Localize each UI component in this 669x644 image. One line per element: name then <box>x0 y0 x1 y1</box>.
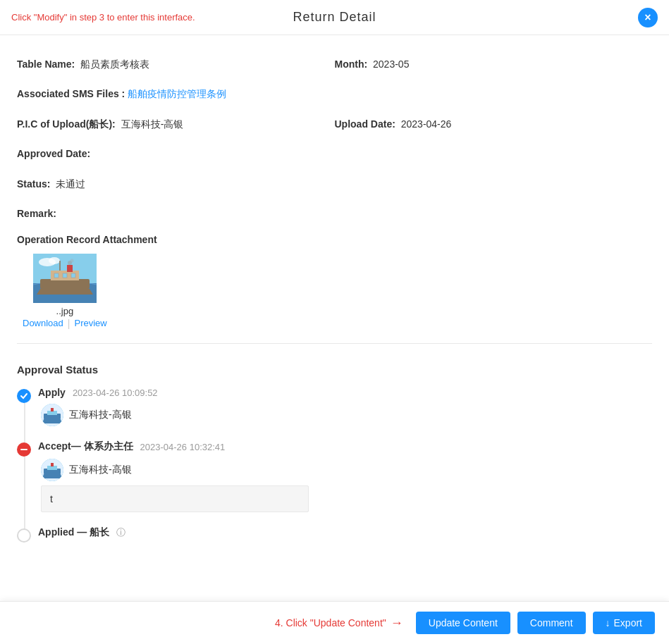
step-name-apply: Apply <box>38 387 66 398</box>
table-name-row: Table Name: 船员素质考核表 <box>17 49 335 79</box>
step-header-applied: Applied — 船长 ⓘ <box>38 526 652 539</box>
export-label: Export <box>614 617 642 628</box>
table-name-label: Table Name: <box>17 58 75 70</box>
timeline-dot-accept <box>17 442 31 457</box>
step-name-applied: Applied — 船长 <box>38 526 109 539</box>
sms-files-label: Associated SMS Files : <box>17 88 125 99</box>
export-icon: ↓ <box>606 617 610 628</box>
svg-point-11 <box>70 259 73 263</box>
step-time-accept: 2023-04-26 10:32:41 <box>140 442 226 452</box>
status-value: 未通过 <box>56 178 85 190</box>
svg-rect-9 <box>67 265 73 272</box>
user-name-apply: 互海科技-高银 <box>69 409 132 421</box>
modal-title: Return Detail <box>293 10 376 25</box>
remark-label: Remark: <box>17 208 56 219</box>
close-button[interactable]: × <box>638 8 658 27</box>
comment-box-accept: t <box>41 485 309 512</box>
approved-date-row: Approved Date: <box>17 139 652 168</box>
timeline-dot-apply <box>17 389 31 403</box>
step-header-apply: Apply 2023-04-26 10:09:52 <box>38 387 652 398</box>
action-separator: | <box>68 318 70 329</box>
attachment-actions: Download | Preview <box>23 318 107 329</box>
step-name-accept: Accept— 体系办主任 <box>38 440 133 453</box>
export-button[interactable]: ↓ Export <box>593 612 655 634</box>
footer-hint-text: 4. Click "Update Content" <box>275 617 386 628</box>
check-icon <box>20 392 28 400</box>
attachment-title: Operation Record Attachment <box>17 234 652 245</box>
section-divider <box>17 343 652 344</box>
timeline-item-accept: Accept— 体系办主任 2023-04-26 10:32:41 互海科技-高… <box>38 440 652 512</box>
upload-date-value: 2023-04-26 <box>401 118 452 130</box>
timeline: Apply 2023-04-26 10:09:52 互海科技-高银 <box>17 387 652 539</box>
timeline-line-2 <box>24 457 25 535</box>
timeline-item-apply: Apply 2023-04-26 10:09:52 互海科技-高银 <box>38 387 652 426</box>
svg-point-2 <box>49 257 60 264</box>
remark-row: Remark: <box>17 199 652 228</box>
user-avatar-accept <box>41 459 63 481</box>
month-label: Month: <box>335 58 368 70</box>
pic-row: P.I.C of Upload(船长): 互海科技-高银 <box>17 109 335 139</box>
attachment-item: ..jpg Download | Preview <box>23 254 107 329</box>
sms-files-row: Associated SMS Files : 船舶疫情防控管理条例 <box>17 79 652 109</box>
footer: 4. Click "Update Content" → Update Conte… <box>0 601 669 644</box>
table-name-value: 船员素质考核表 <box>80 58 149 70</box>
month-value: 2023-05 <box>373 58 409 70</box>
ship-illustration <box>33 254 97 303</box>
step-header-accept: Accept— 体系办主任 2023-04-26 10:32:41 <box>38 440 652 453</box>
user-avatar-apply <box>41 404 63 426</box>
status-label: Status: <box>17 178 50 190</box>
step-time-apply: 2023-04-26 10:09:52 <box>73 388 158 398</box>
arrow-right-icon: → <box>391 616 403 631</box>
avatar-ship-icon-2 <box>41 459 63 481</box>
month-row: Month: 2023-05 <box>335 49 653 79</box>
upload-date-label: Upload Date: <box>335 118 395 130</box>
info-icon-applied[interactable]: ⓘ <box>116 526 125 539</box>
user-row-apply: 互海科技-高银 <box>38 404 652 426</box>
status-row: Status: 未通过 <box>17 169 652 199</box>
svg-rect-16 <box>51 408 54 411</box>
footer-hint: 4. Click "Update Content" → <box>275 616 403 631</box>
timeline-dot-applied <box>17 528 31 543</box>
timeline-item-applied: Applied — 船长 ⓘ <box>38 526 652 539</box>
info-grid: Table Name: 船员素质考核表 Month: 2023-05 Assoc… <box>17 49 652 228</box>
svg-rect-6 <box>54 273 59 278</box>
step-hint: Click "Modify" in step 3 to enter this i… <box>11 12 195 23</box>
update-content-button[interactable]: Update Content <box>416 612 510 634</box>
pic-value: 互海科技-高银 <box>121 118 184 130</box>
modal-header: Click "Modify" in step 3 to enter this i… <box>0 0 669 35</box>
avatar-ship-icon <box>41 404 63 426</box>
svg-rect-4 <box>40 279 90 289</box>
main-content: Table Name: 船员素质考核表 Month: 2023-05 Assoc… <box>0 35 669 344</box>
approval-title: Approval Status <box>17 364 652 376</box>
download-link[interactable]: Download <box>23 318 63 329</box>
attachment-thumbnail <box>33 254 97 303</box>
approval-section: Approval Status Apply 2023-04-26 10:09:5… <box>0 352 669 539</box>
svg-rect-21 <box>51 463 54 466</box>
approved-date-label: Approved Date: <box>17 148 90 159</box>
sms-files-link[interactable]: 船舶疫情防控管理条例 <box>128 88 226 99</box>
svg-rect-8 <box>71 273 75 278</box>
svg-rect-7 <box>63 273 67 278</box>
user-row-accept: 互海科技-高银 <box>38 459 652 481</box>
attachment-filename: ..jpg <box>56 306 74 316</box>
pic-label: P.I.C of Upload(船长): <box>17 118 116 130</box>
attachment-section: Operation Record Attachment <box>17 228 652 335</box>
minus-icon <box>20 445 28 454</box>
preview-link[interactable]: Preview <box>74 318 106 329</box>
comment-button[interactable]: Comment <box>517 612 586 634</box>
upload-date-row: Upload Date: 2023-04-26 <box>335 109 653 139</box>
user-name-accept: 互海科技-高银 <box>69 464 132 476</box>
